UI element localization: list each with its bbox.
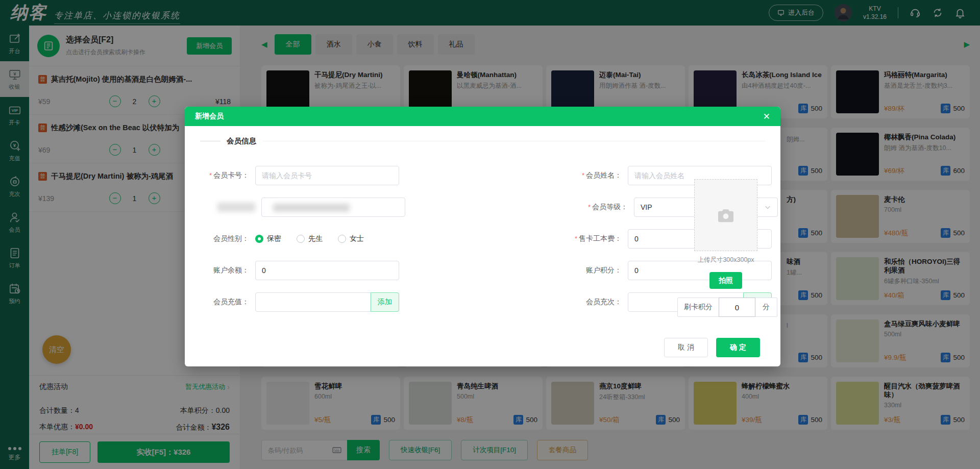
- gender-radio-保密[interactable]: 保密: [255, 234, 281, 243]
- member-name-label: *会员姓名：: [543, 171, 628, 180]
- camera-icon: [716, 205, 736, 226]
- chevron-down-icon: [764, 204, 771, 211]
- radio-icon: [255, 235, 263, 243]
- redacted-phone-value: [273, 204, 350, 212]
- gender-label: 会员性别：: [200, 234, 255, 243]
- recharge-label: 会员充值：: [200, 298, 255, 307]
- swipe-points-label: 刷卡积分: [678, 303, 719, 312]
- swipe-points-group: 刷卡积分 0 分: [677, 298, 777, 317]
- modal-header: 新增会员 ✕: [185, 107, 780, 126]
- card-fee-label: *售卡工本费：: [543, 234, 628, 243]
- confirm-button[interactable]: 确 定: [716, 338, 760, 357]
- recharge-add-button[interactable]: 添加: [371, 292, 399, 312]
- pos-app: 纳客 专注单店、小连锁的收银系统 进入后台 KTV v1.32.16: [0, 0, 980, 469]
- take-photo-button[interactable]: 拍照: [709, 272, 742, 289]
- close-icon[interactable]: ✕: [763, 112, 770, 121]
- redacted-phone-input[interactable]: [261, 198, 405, 217]
- radio-label: 先生: [308, 234, 323, 243]
- radio-label: 女士: [350, 234, 364, 243]
- modal-title: 新增会员: [195, 112, 224, 121]
- member-level-value: VIP: [641, 203, 652, 211]
- redacted-phone-label: [217, 203, 255, 212]
- balance-input[interactable]: [255, 261, 399, 280]
- card-no-input[interactable]: [255, 166, 399, 185]
- cancel-button[interactable]: 取 消: [664, 338, 708, 357]
- balance-label: 账户余额：: [200, 266, 255, 275]
- gender-radio-女士[interactable]: 女士: [338, 234, 364, 243]
- points-label: 账户积分：: [543, 266, 628, 275]
- photo-upload-box[interactable]: [694, 179, 757, 251]
- member-info-section: 会员信息: [200, 136, 765, 146]
- gender-radio-先生[interactable]: 先生: [297, 234, 323, 243]
- member-photo-column: 上传尺寸300x300px 拍照: [693, 179, 759, 289]
- radio-icon: [338, 235, 346, 243]
- radio-label: 保密: [267, 234, 281, 243]
- swipe-points-unit: 分: [755, 303, 777, 312]
- add-member-modal: 新增会员 ✕ 会员信息 *会员卡号： *会员姓名：: [185, 107, 780, 366]
- card-no-label: *会员卡号：: [200, 171, 255, 180]
- swipe-points-input[interactable]: 0: [719, 298, 755, 317]
- photo-size-hint: 上传尺寸300x300px: [693, 256, 759, 264]
- section-title: 会员信息: [227, 136, 256, 146]
- member-level-label: *会员等级：: [549, 203, 634, 212]
- recharge-times-label: 会员充次：: [543, 298, 628, 307]
- radio-icon: [297, 235, 305, 243]
